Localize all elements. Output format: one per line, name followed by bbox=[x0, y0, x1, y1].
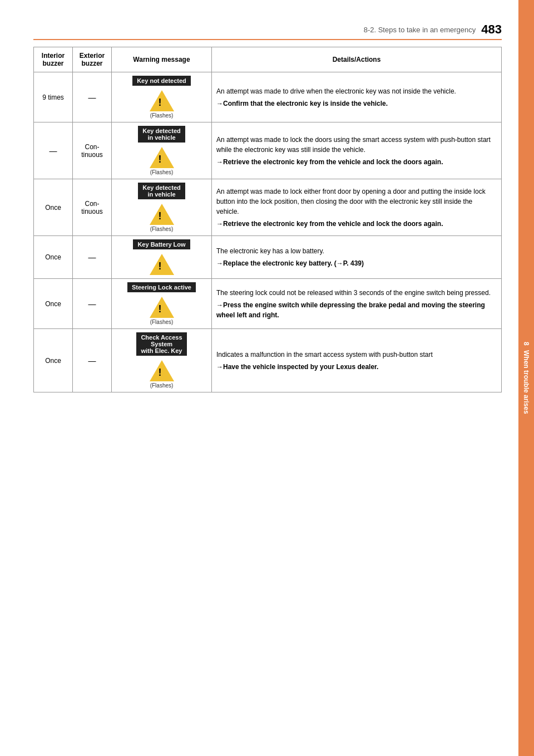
warning-message-cell: Key detectedin vehicle (Flashes) bbox=[112, 122, 212, 179]
warning-triangle-icon bbox=[150, 147, 174, 168]
flashes-label: (Flashes) bbox=[150, 169, 174, 175]
details-action-bold: Confirm that the electronic key is insid… bbox=[223, 100, 388, 107]
interior-buzzer-cell: — bbox=[34, 122, 73, 179]
details-description: The electronic key has a low battery. bbox=[216, 246, 497, 256]
warning-badge: Key Battery Low bbox=[116, 239, 207, 252]
flashes-label: (Flashes) bbox=[150, 382, 174, 389]
exterior-buzzer-cell: Con-tinuous bbox=[73, 179, 112, 236]
warning-triangle-icon bbox=[150, 204, 174, 225]
interior-buzzer-cell: 9 times bbox=[34, 72, 73, 122]
interior-buzzer-cell: Once bbox=[34, 179, 73, 236]
warning-icon-container: (Flashes) bbox=[116, 90, 207, 119]
exterior-buzzer-cell: — bbox=[73, 236, 112, 279]
warning-triangle-icon bbox=[150, 254, 174, 275]
details-action: →Have the vehicle inspected by your Lexu… bbox=[216, 362, 497, 372]
exterior-buzzer-cell: — bbox=[73, 329, 112, 392]
details-description: The steering lock could not be released … bbox=[216, 288, 497, 298]
exterior-buzzer-value: Con-tinuous bbox=[81, 143, 103, 159]
details-cell: The electronic key has a low battery. →R… bbox=[212, 236, 502, 279]
flashes-label: (Flashes) bbox=[150, 226, 174, 232]
interior-buzzer-cell: Once bbox=[34, 329, 73, 392]
warning-message-cell: Check AccessSystemwith Elec. Key (Flashe… bbox=[112, 329, 212, 392]
interior-buzzer-value: 9 times bbox=[42, 94, 64, 101]
details-description: An attempt was made to lock either front… bbox=[216, 186, 497, 217]
details-cell: An attempt was made to lock either front… bbox=[212, 179, 502, 236]
col-header-details: Details/Actions bbox=[212, 47, 502, 72]
warning-triangle-icon bbox=[150, 90, 174, 111]
table-row: Once — Key Battery Low The el bbox=[34, 236, 502, 279]
warning-triangle-icon bbox=[150, 360, 174, 381]
warning-message-cell: Key not detected (Flashes) bbox=[112, 72, 212, 122]
col-header-interior: Interiorbuzzer bbox=[34, 47, 73, 72]
warning-text: Steering Lock active bbox=[127, 282, 196, 292]
table-row: Once Con-tinuous Key detectedin vehicle … bbox=[34, 179, 502, 236]
warning-message-cell: Key detectedin vehicle (Flashes) bbox=[112, 179, 212, 236]
warning-badge: Steering Lock active bbox=[116, 282, 207, 294]
flashes-label: (Flashes) bbox=[150, 112, 174, 119]
details-action-bold: Have the vehicle inspected by your Lexus… bbox=[223, 363, 378, 371]
details-cell: An attempt was made to lock the doors us… bbox=[212, 122, 502, 179]
flashes-label: (Flashes) bbox=[150, 319, 174, 325]
details-action: →Press the engine switch while depressin… bbox=[216, 300, 497, 320]
warning-icon-container: (Flashes) bbox=[116, 147, 207, 175]
details-description: An attempt was made to lock the doors us… bbox=[216, 135, 497, 155]
interior-buzzer-cell: Once bbox=[34, 279, 73, 329]
details-action: →Replace the electronic key battery. (→P… bbox=[216, 258, 497, 268]
interior-buzzer-value: — bbox=[50, 146, 57, 155]
exterior-buzzer-cell: Con-tinuous bbox=[73, 122, 112, 179]
details-action-bold: Retrieve the electronic key from the veh… bbox=[223, 220, 443, 228]
details-action: →Confirm that the electronic key is insi… bbox=[216, 99, 497, 109]
exterior-buzzer-value: Con-tinuous bbox=[81, 200, 103, 215]
details-cell: The steering lock could not be released … bbox=[212, 279, 502, 329]
page-number: 483 bbox=[481, 22, 502, 37]
warning-icon-container: (Flashes) bbox=[116, 360, 207, 389]
exterior-buzzer-value: — bbox=[88, 356, 96, 365]
warning-badge: Key detectedin vehicle bbox=[116, 126, 207, 145]
warning-badge: Key not detected bbox=[116, 76, 207, 88]
chapter-tab-label: When trouble arises bbox=[522, 350, 530, 414]
details-cell: Indicates a malfunction in the smart acc… bbox=[212, 329, 502, 392]
interior-buzzer-cell: Once bbox=[34, 236, 73, 279]
warning-icon-container: (Flashes) bbox=[116, 297, 207, 325]
table-row: Once — Check AccessSystemwith Elec. Key … bbox=[34, 329, 502, 392]
interior-buzzer-value: Once bbox=[45, 253, 61, 261]
warning-text: Key not detected bbox=[132, 76, 191, 86]
col-header-exterior: Exteriorbuzzer bbox=[73, 47, 112, 72]
chapter-tab: 8 When trouble arises bbox=[518, 0, 534, 756]
warning-text: Key Battery Low bbox=[133, 239, 190, 249]
warning-badge: Key detectedin vehicle bbox=[116, 183, 207, 202]
interior-buzzer-value: Once bbox=[45, 300, 61, 308]
table-row: Once — Steering Lock active (Flashes) bbox=[34, 279, 502, 329]
table-row: — Con-tinuous Key detectedin vehicle (Fl… bbox=[34, 122, 502, 179]
details-action-bold: Replace the electronic key battery. (→P.… bbox=[223, 259, 364, 267]
details-description: An attempt was made to drive when the el… bbox=[216, 86, 497, 96]
details-description: Indicates a malfunction in the smart acc… bbox=[216, 350, 497, 360]
exterior-buzzer-cell: — bbox=[73, 279, 112, 329]
warning-text: Check AccessSystemwith Elec. Key bbox=[136, 332, 186, 356]
exterior-buzzer-value: — bbox=[88, 253, 96, 262]
details-action-bold: Press the engine switch while depressing… bbox=[216, 301, 485, 319]
warning-icon-container bbox=[116, 254, 207, 275]
warning-table: Interiorbuzzer Exteriorbuzzer Warning me… bbox=[33, 47, 502, 392]
chapter-tab-number: 8 bbox=[522, 342, 530, 346]
col-header-warning: Warning message bbox=[112, 47, 212, 72]
warning-icon-container: (Flashes) bbox=[116, 204, 207, 232]
warning-text: Key detectedin vehicle bbox=[138, 126, 185, 143]
interior-buzzer-value: Once bbox=[45, 204, 61, 212]
warning-badge: Check AccessSystemwith Elec. Key bbox=[116, 332, 207, 358]
details-action-bold: Retrieve the electronic key from the veh… bbox=[223, 158, 443, 166]
details-cell: An attempt was made to drive when the el… bbox=[212, 72, 502, 122]
exterior-buzzer-cell: — bbox=[73, 72, 112, 122]
warning-triangle-icon bbox=[150, 297, 174, 318]
page-title: 8-2. Steps to take in an emergency bbox=[364, 26, 476, 34]
warning-message-cell: Steering Lock active (Flashes) bbox=[112, 279, 212, 329]
exterior-buzzer-value: — bbox=[88, 93, 96, 102]
page-header: 8-2. Steps to take in an emergency 483 bbox=[33, 22, 502, 40]
interior-buzzer-value: Once bbox=[45, 357, 61, 365]
exterior-buzzer-value: — bbox=[88, 300, 96, 308]
warning-text: Key detectedin vehicle bbox=[138, 183, 185, 199]
details-action: →Retrieve the electronic key from the ve… bbox=[216, 157, 497, 167]
table-row: 9 times — Key not detected (Flashes) bbox=[34, 72, 502, 122]
warning-message-cell: Key Battery Low bbox=[112, 236, 212, 279]
details-action: →Retrieve the electronic key from the ve… bbox=[216, 219, 497, 229]
